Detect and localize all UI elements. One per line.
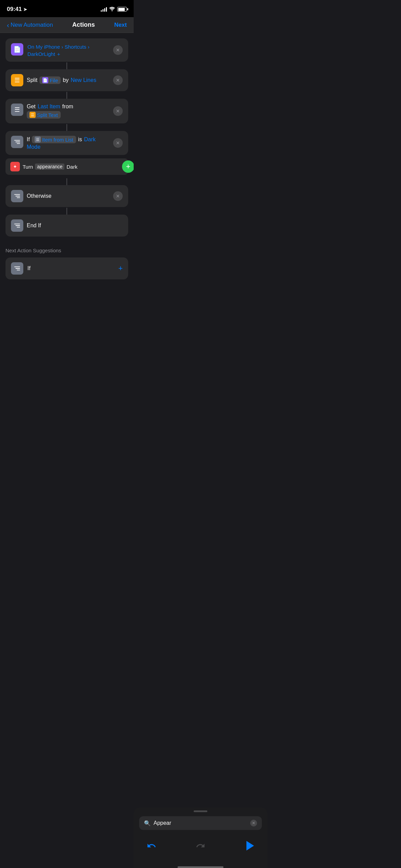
- split-card[interactable]: ☰ Split 📄 File by New Lines ✕: [5, 69, 128, 91]
- add-action-button[interactable]: +: [122, 160, 134, 173]
- actions-list: 📄 On My iPhone › Shortcuts › DarkOrLight…: [0, 33, 134, 237]
- suggestions-section: Next Action Suggestions If +: [0, 248, 134, 279]
- connector: [66, 178, 67, 185]
- item-token-icon: ☰: [35, 136, 41, 143]
- endif-icon: [11, 219, 23, 232]
- close-split-card-button[interactable]: ✕: [113, 75, 123, 85]
- svg-point-0: [112, 10, 113, 11]
- suggestion-add-button[interactable]: +: [118, 264, 123, 273]
- close-otherwise-button[interactable]: ✕: [113, 191, 123, 201]
- mode-label: Mode: [27, 144, 110, 150]
- file-token-icon: 📄: [42, 77, 48, 83]
- breadcrumb: On My iPhone › Shortcuts ›: [27, 43, 109, 50]
- dark-token[interactable]: Dark: [84, 136, 96, 143]
- status-time: 09:41 ➤: [7, 6, 27, 13]
- split-text-token-icon: ☰: [29, 112, 36, 118]
- item-from-list-token[interactable]: ☰ Item from List: [32, 136, 76, 143]
- split-icon: ☰: [11, 74, 23, 86]
- add-file-button[interactable]: +: [57, 51, 60, 57]
- if-icon: [11, 136, 23, 148]
- otherwise-card[interactable]: Otherwise ✕: [5, 185, 128, 207]
- turn-suggestion-card[interactable]: ✦ Turn appearance Dark: [5, 158, 128, 175]
- suggestion-if-card[interactable]: If +: [5, 257, 128, 279]
- turn-icon: ✦: [10, 162, 20, 171]
- nav-bar: ‹ New Automation Actions Next: [0, 17, 134, 33]
- file-icon: 📄: [11, 43, 23, 56]
- status-bar: 09:41 ➤: [0, 0, 134, 17]
- battery-icon: [117, 7, 127, 12]
- connector: [66, 124, 67, 131]
- get-icon: ☰: [11, 104, 23, 116]
- file-path-card[interactable]: 📄 On My iPhone › Shortcuts › DarkOrLight…: [5, 38, 128, 62]
- location-icon: ➤: [23, 7, 27, 12]
- back-button[interactable]: ‹ New Automation: [7, 22, 53, 28]
- suggestion-if-label: If: [27, 265, 114, 272]
- get-card[interactable]: ☰ Get Last Item from ☰ Split Text ✕: [5, 99, 128, 123]
- signal-bars: [101, 7, 107, 12]
- last-item-token[interactable]: Last Item: [38, 104, 60, 110]
- next-button[interactable]: Next: [114, 22, 127, 28]
- new-lines-token[interactable]: New Lines: [71, 77, 96, 83]
- otherwise-label: Otherwise: [27, 193, 51, 199]
- split-text-token[interactable]: ☰ Split Text: [27, 111, 61, 119]
- connector: [66, 62, 67, 69]
- turn-text: Turn appearance Dark: [23, 164, 77, 170]
- file-token[interactable]: 📄 File: [39, 76, 61, 84]
- wifi-icon: [109, 7, 115, 12]
- connector: [66, 92, 67, 99]
- suggestions-title: Next Action Suggestions: [5, 248, 128, 253]
- status-icons: [101, 7, 127, 12]
- page-title: Actions: [72, 21, 95, 28]
- close-get-card-button[interactable]: ✕: [113, 106, 123, 116]
- otherwise-icon: [11, 190, 23, 202]
- filename: DarkOrLight: [27, 51, 55, 57]
- endif-label: End If: [27, 222, 41, 229]
- split-text: Split 📄 File by New Lines: [27, 76, 110, 84]
- if-card[interactable]: If ☰ Item from List is Dark Mode ✕: [5, 131, 128, 155]
- back-label: New Automation: [11, 22, 53, 28]
- close-if-card-button[interactable]: ✕: [113, 138, 123, 148]
- close-card-button[interactable]: ✕: [113, 45, 123, 55]
- suggestion-if-icon: [11, 262, 23, 275]
- connector: [66, 208, 67, 215]
- endif-card[interactable]: End If: [5, 215, 128, 237]
- chevron-left-icon: ‹: [7, 22, 9, 28]
